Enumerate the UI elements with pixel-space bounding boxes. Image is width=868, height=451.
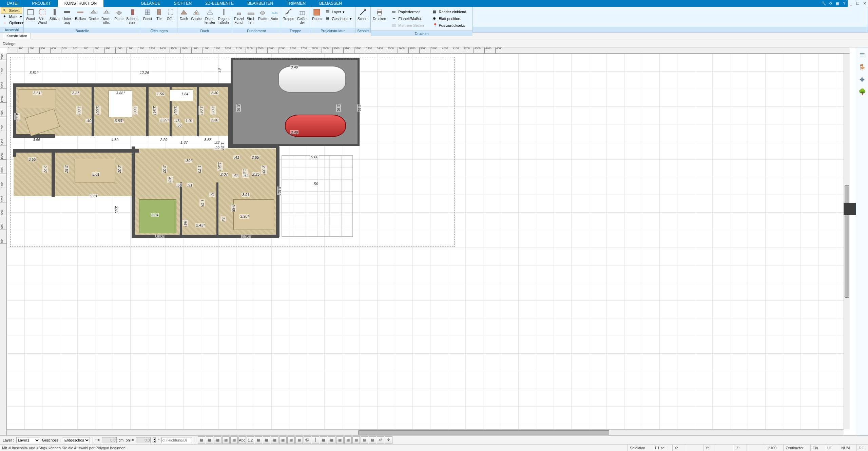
balken-button[interactable]: Balken — [74, 7, 87, 27]
tb-dim12[interactable]: 1.2 — [247, 436, 254, 444]
drawing-canvas[interactable]: 0100200300400500600700800900100011001200… — [0, 47, 856, 435]
streifen-button[interactable]: Strei-fen — [245, 7, 257, 27]
geschoss-select[interactable]: Erdgeschoss — [63, 437, 90, 443]
menu-projekt[interactable]: PROJEKT — [25, 0, 57, 7]
tb-grid2[interactable]: ▦ — [328, 436, 335, 444]
papierformat-link[interactable]: ▭Papierformat — [390, 9, 426, 15]
help-icon[interactable]: ? — [841, 0, 848, 7]
tb-grid6[interactable]: ▦ — [361, 436, 368, 444]
tree-panel-icon[interactable]: 🌳 — [858, 87, 867, 96]
v-scrollbar[interactable] — [844, 54, 850, 429]
mark-button[interactable]: ✦Mark.▾ — [1, 14, 24, 20]
mehrere-seiten-link[interactable]: ▯▯Mehrere Seiten — [390, 22, 426, 28]
maximize-icon[interactable]: ☐ — [854, 0, 861, 7]
platte2-button[interactable]: Platte — [257, 7, 269, 27]
tb-dim-style[interactable]: ▦ — [230, 436, 238, 444]
tb-abc[interactable]: Abc — [238, 436, 246, 444]
pos-reset-link[interactable]: 📍Pos zurücksetz. — [431, 22, 469, 28]
balken-icon — [76, 8, 84, 16]
tb-grid3[interactable]: ▦ — [336, 436, 344, 444]
tb-grid5[interactable]: ▦ — [352, 436, 360, 444]
close-icon[interactable]: ✕ — [861, 0, 868, 7]
layers-panel-icon[interactable]: ☰ — [858, 51, 867, 60]
wrench-icon[interactable]: 🔧 — [821, 0, 827, 7]
tab-konstruktion[interactable]: Konstruktion — [3, 33, 31, 39]
geschoss-dropdown[interactable]: ▤Geschoss ▾ — [324, 16, 354, 22]
stuetze-button[interactable]: Stütze — [48, 7, 61, 27]
treppe-button[interactable]: Treppe — [282, 7, 296, 27]
einheit-link[interactable]: ↔Einheit/Maßst. — [390, 16, 426, 22]
raum-button[interactable]: Raum — [311, 7, 323, 27]
raender-link[interactable]: ▦Ränder einblend. — [431, 9, 469, 15]
menu-bemassen[interactable]: BEMASSEN — [312, 0, 349, 7]
furniture-panel-icon[interactable]: 🪑 — [858, 63, 867, 72]
tb-para1[interactable]: ▦ — [279, 436, 287, 444]
h-scrollbar[interactable] — [7, 429, 844, 435]
layer-select[interactable]: Layer1 — [16, 437, 40, 443]
drucken-button[interactable]: Drucken — [371, 7, 387, 27]
schnitt-button[interactable]: Schnitt — [356, 7, 370, 27]
virt-wand-button[interactable]: Virt.Wand — [36, 7, 48, 27]
refresh-icon[interactable]: ⟳ — [827, 0, 834, 7]
h-scroll-thumb[interactable] — [358, 430, 609, 435]
platte-button[interactable]: Platte — [113, 7, 125, 27]
phi-step-down[interactable]: ▼ — [153, 440, 155, 443]
ruler-tick: 4500 — [495, 47, 502, 54]
decke-button[interactable]: Decke — [87, 7, 100, 27]
deckoeffn-button[interactable]: Deck.-öffn. — [100, 7, 113, 27]
ruler-vertical[interactable]: 2000190018001700160015001400130012001100… — [0, 54, 7, 435]
l-input[interactable] — [102, 437, 117, 443]
v-scroll-thumb[interactable] — [845, 185, 849, 298]
tb-hatch[interactable]: ▦ — [198, 436, 205, 444]
tb-vline[interactable]: ┃ — [312, 436, 319, 444]
dach-button[interactable]: Dach — [178, 7, 190, 27]
snap-panel-icon[interactable]: ✥ — [858, 75, 867, 84]
tb-rect2[interactable]: ▦ — [271, 436, 278, 444]
side-tab[interactable] — [844, 203, 856, 215]
menu-gelaende[interactable]: GELÄNDE — [134, 0, 167, 7]
layer-dropdown[interactable]: ☰Layer ▾ — [324, 9, 354, 15]
ruler-horizontal[interactable]: 0100200300400500600700800900100011001200… — [7, 47, 850, 54]
tb-bracket[interactable]: ▦ — [255, 436, 262, 444]
gaube-button[interactable]: Gaube — [190, 7, 203, 27]
phi-input[interactable] — [136, 437, 151, 443]
tb-left-align[interactable]: ▦ — [222, 436, 230, 444]
oeffn-button[interactable]: Öffn. — [165, 7, 176, 27]
wand-button[interactable]: Wand — [24, 7, 36, 27]
tb-target[interactable]: ✛ — [385, 436, 392, 444]
einzelfund-button[interactable]: EinzelFund. — [233, 7, 245, 27]
tb-grid4[interactable]: ▦ — [344, 436, 352, 444]
tb-half[interactable]: ▦ — [206, 436, 213, 444]
dachfenster-button[interactable]: Dach-fenster — [203, 7, 217, 27]
blattpos-link[interactable]: ⊕Blatt position. — [431, 16, 469, 22]
unterzug-button[interactable]: Unter-zug — [61, 7, 74, 27]
tb-para2[interactable]: ▦ — [287, 436, 295, 444]
minimize-icon[interactable]: _ — [848, 0, 854, 7]
tb-rect[interactable]: ▦ — [263, 436, 270, 444]
menu-sichten[interactable]: SICHTEN — [167, 0, 199, 7]
tb-center[interactable]: ▦ — [214, 436, 221, 444]
fenst-button[interactable]: Fenst — [142, 7, 153, 27]
menu-datei[interactable]: DATEI — [0, 0, 25, 7]
optionen-button[interactable]: ＋Optionen — [1, 20, 27, 26]
menu-blank[interactable] — [103, 0, 134, 7]
menu-trimmen[interactable]: TRIMMEN — [280, 0, 312, 7]
tb-checker[interactable]: ▦ — [369, 436, 376, 444]
selekt-button[interactable]: ↖Selekt — [1, 7, 22, 14]
tb-para3[interactable]: ▦ — [295, 436, 303, 444]
tuer-button[interactable]: Tür — [153, 7, 165, 27]
view-icon[interactable]: ▦ — [834, 0, 841, 7]
menu-bearbeiten[interactable]: BEARBEITEN — [240, 0, 280, 7]
gelaender-button[interactable]: Gelän-der — [296, 7, 309, 27]
menu-2d-elemente[interactable]: 2D-ELEMENTE — [198, 0, 240, 7]
auto-button[interactable]: autoAuto — [269, 7, 280, 27]
phi-step-up[interactable]: ▲ — [153, 438, 155, 440]
tb-circle-n[interactable]: Ⓝ — [304, 436, 311, 444]
regenfallrohr-button[interactable]: Regen-fallrohr — [217, 7, 231, 27]
schornstein-button[interactable]: Schorn-stein — [125, 7, 140, 27]
dl-input[interactable] — [161, 437, 192, 443]
tb-reset[interactable]: ↺ — [377, 436, 384, 444]
viewport[interactable]: 3.81⁵ 12.26 .67 8.40 8.40 3.51⁵ 2.27 3.8… — [7, 54, 844, 429]
tb-grid1[interactable]: ▦ — [320, 436, 327, 444]
menu-konstruktion[interactable]: KONSTRUKTION — [58, 0, 103, 7]
